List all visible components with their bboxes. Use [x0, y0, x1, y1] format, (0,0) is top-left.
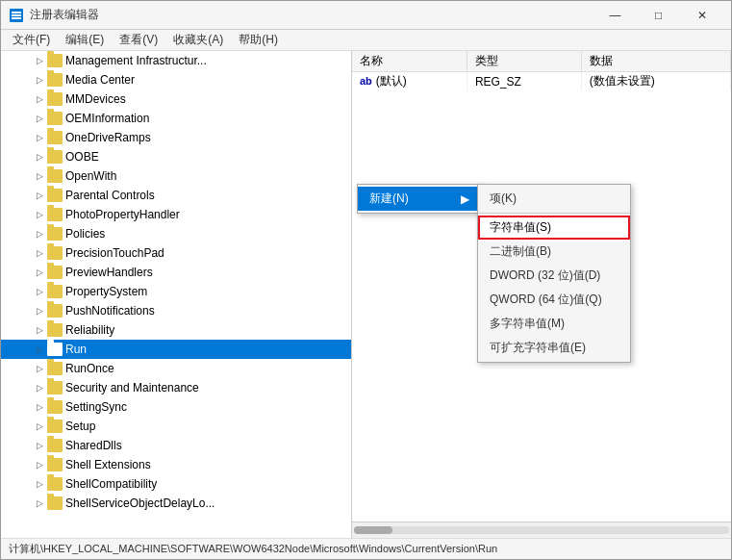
tree-label: PreviewHandlers: [65, 266, 153, 279]
tree-label: PrecisionTouchPad: [65, 246, 164, 260]
menu-item[interactable]: 收藏夹(A): [165, 30, 231, 51]
tree-item[interactable]: ▷Management Infrastructur...: [1, 51, 351, 70]
horizontal-scrollbar[interactable]: [352, 522, 731, 538]
status-bar: 计算机\HKEY_LOCAL_MACHINE\SOFTWARE\WOW6432N…: [1, 538, 731, 559]
tree-item[interactable]: ▷Security and Maintenance: [1, 378, 351, 397]
table-row[interactable]: ab(默认)REG_SZ(数值未设置): [352, 72, 731, 91]
tree-label: PropertySystem: [65, 285, 147, 298]
tree-expand-icon[interactable]: ▷: [32, 168, 47, 184]
tree-item[interactable]: ▷Setup: [1, 417, 351, 436]
close-button[interactable]: ✕: [680, 1, 723, 30]
tree-label: ShellServiceObjectDelayLo...: [65, 496, 215, 510]
folder-icon: [47, 343, 63, 356]
folder-icon: [47, 400, 63, 414]
tree-expand-icon[interactable]: ▷: [32, 245, 47, 261]
tree-expand-icon[interactable]: ▷: [32, 380, 47, 395]
tree-expand-icon[interactable]: ▷: [32, 496, 47, 511]
main-window: 注册表编辑器 — □ ✕ 文件(F)编辑(E)查看(V)收藏夹(A)帮助(H) …: [0, 0, 732, 560]
tree-item[interactable]: ▷PreviewHandlers: [1, 263, 351, 282]
status-path: 计算机\HKEY_LOCAL_MACHINE\SOFTWARE\WOW6432N…: [9, 542, 497, 556]
tree-expand-icon[interactable]: ▷: [32, 284, 47, 299]
tree-expand-icon[interactable]: ▷: [32, 322, 47, 338]
tree-expand-icon[interactable]: ▷: [32, 72, 47, 88]
tree-label: MMDevices: [65, 92, 126, 106]
tree-item[interactable]: ▷OEMInformation: [1, 109, 351, 128]
tree-item[interactable]: ▷ShellServiceObjectDelayLo...: [1, 494, 351, 513]
tree-item[interactable]: ▷ShellCompatibility: [1, 474, 351, 494]
tree-expand-icon[interactable]: ▷: [32, 226, 47, 242]
tree-expand-icon[interactable]: ▷: [32, 53, 47, 68]
registry-table: 名称 类型 数据 ab(默认)REG_SZ(数值未设置): [352, 51, 731, 522]
tree-label: Security and Maintenance: [65, 381, 199, 395]
scrollbar-thumb: [354, 526, 392, 534]
tree-expand-icon[interactable]: ▷: [32, 130, 47, 145]
title-bar: 注册表编辑器 — □ ✕: [1, 1, 731, 30]
menu-item[interactable]: 文件(F): [5, 30, 58, 51]
tree-expand-icon[interactable]: ▷: [32, 303, 47, 318]
cell-name: ab(默认): [352, 72, 467, 91]
folder-icon: [47, 246, 63, 260]
menu-item[interactable]: 查看(V): [112, 30, 165, 51]
app-icon: [9, 8, 24, 23]
maximize-button[interactable]: □: [637, 1, 680, 30]
tree-expand-icon[interactable]: ▷: [32, 419, 47, 434]
svg-rect-1: [12, 12, 21, 13]
tree-item[interactable]: ▷Shell Extensions: [1, 455, 351, 474]
tree-item[interactable]: ▷SharedDlls: [1, 436, 351, 455]
tree-label: ShellCompatibility: [65, 477, 157, 491]
folder-icon: [47, 420, 63, 433]
tree-item[interactable]: ▷PropertySystem: [1, 282, 351, 301]
folder-icon: [47, 54, 63, 67]
tree-item[interactable]: ▷PhotoPropertyHandler: [1, 205, 351, 224]
tree-label: Shell Extensions: [65, 458, 151, 471]
tree-item[interactable]: ▷Run: [1, 340, 351, 359]
folder-icon: [47, 150, 63, 164]
tree-item[interactable]: ▷SettingSync: [1, 397, 351, 417]
tree-expand-icon[interactable]: ▷: [32, 438, 47, 453]
folder-icon: [47, 189, 63, 202]
tree-expand-icon[interactable]: ▷: [32, 265, 47, 280]
tree-item[interactable]: ▷PrecisionTouchPad: [1, 243, 351, 263]
svg-rect-2: [12, 14, 21, 16]
tree-label: Run: [65, 343, 87, 356]
tree-item[interactable]: ▷OneDriveRamps: [1, 128, 351, 147]
tree-label: RunOnce: [65, 362, 114, 375]
right-panel: 名称 类型 数据 ab(默认)REG_SZ(数值未设置): [352, 51, 731, 538]
tree-expand-icon[interactable]: ▷: [32, 91, 47, 107]
col-data: 数据: [581, 51, 730, 72]
tree-item[interactable]: ▷OpenWith: [1, 166, 351, 186]
tree-expand-icon[interactable]: ▷: [32, 207, 47, 222]
tree-label: Setup: [65, 420, 95, 433]
tree-expand-icon[interactable]: ▷: [32, 149, 47, 165]
folder-icon: [47, 381, 63, 395]
tree-expand-icon[interactable]: ▷: [32, 361, 47, 376]
folder-icon: [47, 496, 63, 510]
cell-type: REG_SZ: [467, 72, 581, 91]
tree-label: Parental Controls: [65, 189, 155, 202]
tree-item[interactable]: ▷OOBE: [1, 147, 351, 166]
tree-expand-icon[interactable]: ▷: [32, 399, 47, 415]
menu-item[interactable]: 编辑(E): [58, 30, 112, 51]
folder-icon: [47, 169, 63, 183]
tree-expand-icon[interactable]: ▷: [32, 457, 47, 472]
folder-icon: [47, 208, 63, 221]
tree-item[interactable]: ▷Media Center: [1, 70, 351, 89]
tree-panel[interactable]: ▷Management Infrastructur...▷Media Cente…: [1, 51, 352, 538]
tree-expand-icon[interactable]: ▷: [32, 476, 47, 492]
tree-item[interactable]: ▷Reliability: [1, 320, 351, 340]
minimize-button[interactable]: —: [593, 1, 637, 30]
tree-item[interactable]: ▷PushNotifications: [1, 301, 351, 320]
tree-item[interactable]: ▷MMDevices: [1, 89, 351, 109]
tree-item[interactable]: ▷Policies: [1, 224, 351, 243]
folder-icon: [47, 131, 63, 144]
tree-expand-icon[interactable]: ▷: [32, 342, 47, 357]
main-content: ▷Management Infrastructur...▷Media Cente…: [1, 51, 731, 538]
tree-item[interactable]: ▷Parental Controls: [1, 186, 351, 205]
tree-expand-icon[interactable]: ▷: [32, 111, 47, 126]
menu-item[interactable]: 帮助(H): [231, 30, 286, 51]
tree-expand-icon[interactable]: ▷: [32, 188, 47, 203]
window-title: 注册表编辑器: [30, 7, 99, 23]
tree-item[interactable]: ▷RunOnce: [1, 359, 351, 378]
folder-icon: [47, 112, 63, 125]
folder-icon: [47, 362, 63, 375]
